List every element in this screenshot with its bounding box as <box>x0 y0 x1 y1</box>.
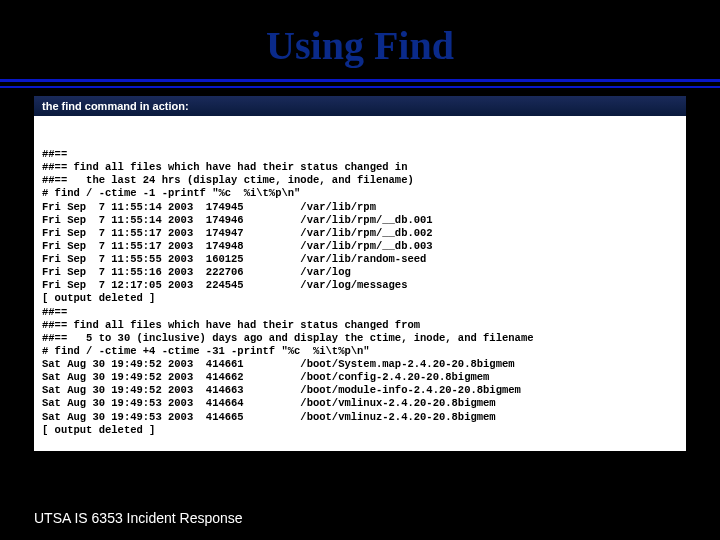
slide: Using Find the find command in action: #… <box>0 0 720 540</box>
footer-text: UTSA IS 6353 Incident Response <box>34 510 243 526</box>
subtitle-bar: the find command in action: <box>34 96 686 116</box>
terminal-output: ##== ##== find all files which have had … <box>34 116 686 451</box>
slide-title: Using Find <box>0 0 720 79</box>
divider-thick <box>0 79 720 82</box>
divider-thin <box>0 86 720 88</box>
